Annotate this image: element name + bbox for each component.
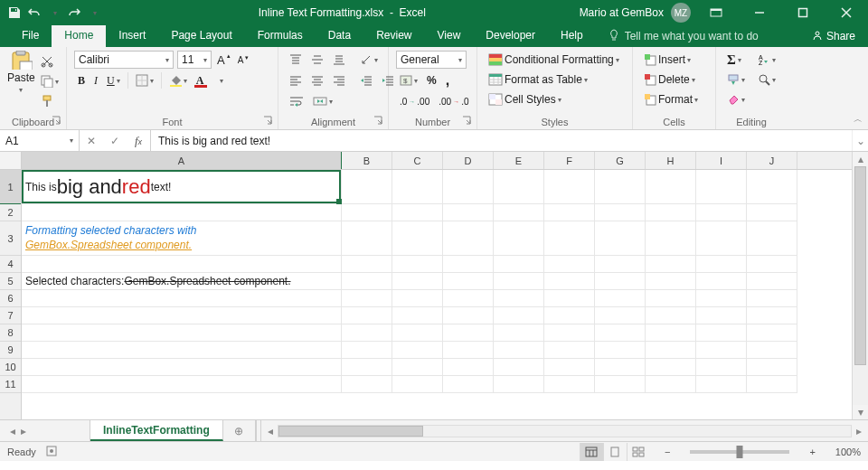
cell[interactable] — [595, 324, 646, 342]
undo-icon[interactable] — [27, 5, 42, 20]
normal-view-button[interactable] — [580, 443, 603, 461]
cell[interactable] — [494, 307, 544, 324]
decrease-font-button[interactable]: A▾ — [236, 51, 251, 69]
top-align-button[interactable] — [286, 51, 306, 69]
row-header[interactable]: 3 — [0, 221, 21, 256]
ribbon-display-options-icon[interactable] — [698, 0, 734, 25]
bold-button[interactable]: B — [74, 71, 89, 89]
clipboard-dialog-launcher[interactable] — [52, 116, 62, 127]
cell[interactable] — [443, 204, 494, 221]
cell[interactable] — [392, 290, 443, 307]
column-header[interactable]: B — [342, 152, 392, 169]
cell[interactable] — [443, 221, 494, 256]
format-as-table-button[interactable]: Format as Table▾ — [485, 70, 625, 89]
vertical-scrollbar[interactable]: ▴ ▾ — [852, 152, 868, 419]
row-header[interactable]: 2 — [0, 204, 21, 221]
page-break-view-button[interactable] — [627, 443, 650, 461]
cell[interactable] — [443, 273, 494, 290]
cell[interactable] — [443, 307, 494, 324]
cell[interactable] — [747, 324, 797, 342]
row-header[interactable]: 11 — [0, 376, 21, 393]
cell[interactable] — [696, 307, 747, 324]
borders-button[interactable]: ▾ — [132, 71, 157, 89]
cell[interactable] — [342, 170, 392, 204]
cell[interactable] — [494, 342, 544, 359]
row-header[interactable]: 8 — [0, 324, 21, 342]
cell[interactable] — [443, 376, 494, 393]
cell[interactable] — [392, 221, 443, 256]
share-button[interactable]: Share — [799, 25, 868, 47]
minimize-button[interactable] — [741, 0, 778, 25]
alignment-dialog-launcher[interactable] — [373, 116, 384, 127]
cell[interactable] — [696, 204, 747, 221]
tab-data[interactable]: Data — [316, 25, 363, 47]
tab-view[interactable]: View — [425, 25, 474, 47]
cell[interactable] — [595, 170, 646, 204]
format-painter-button[interactable] — [37, 92, 62, 110]
cell[interactable] — [443, 290, 494, 307]
row-header[interactable]: 1 — [0, 170, 21, 204]
hscroll-thumb[interactable] — [278, 426, 423, 437]
increase-font-button[interactable]: A▴ — [215, 51, 232, 69]
cell[interactable] — [595, 307, 646, 324]
cell-styles-button[interactable]: Cell Styles▾ — [485, 90, 625, 108]
tab-formulas[interactable]: Formulas — [245, 25, 316, 47]
font-dialog-launcher[interactable] — [263, 116, 274, 127]
delete-cells-button[interactable]: Delete▾ — [640, 70, 708, 89]
cell[interactable] — [696, 256, 747, 273]
sheet-tab-active[interactable]: InlineTextFormatting — [90, 420, 223, 441]
formula-bar[interactable]: This is big and red text! — [151, 130, 852, 151]
cell[interactable] — [595, 204, 646, 221]
increase-decimal-button[interactable]: .0→.00 — [396, 92, 433, 110]
font-size-selector[interactable]: 11▾ — [177, 51, 212, 69]
cell[interactable] — [747, 221, 797, 256]
font-color-button[interactable]: A▾ — [193, 71, 228, 89]
cell[interactable]: Formatting selected characters withGemBo… — [22, 221, 342, 256]
cell[interactable] — [544, 290, 595, 307]
cell[interactable] — [544, 170, 595, 204]
cell[interactable] — [747, 170, 797, 204]
cell[interactable] — [595, 342, 646, 359]
cell[interactable] — [22, 376, 342, 393]
cell[interactable] — [646, 324, 696, 342]
autosum-button[interactable]: Σ▾ — [723, 51, 749, 69]
underline-button[interactable]: U▾ — [103, 71, 124, 89]
cell[interactable] — [443, 359, 494, 376]
cell[interactable] — [22, 290, 342, 307]
cut-button[interactable] — [37, 52, 62, 70]
orientation-button[interactable]: ▾ — [356, 51, 382, 69]
column-header[interactable]: G — [595, 152, 646, 169]
cell[interactable] — [494, 290, 544, 307]
cell[interactable]: This is big and red text! — [22, 170, 342, 204]
tab-pagelayout[interactable]: Page Layout — [158, 25, 244, 47]
row-header[interactable]: 10 — [0, 359, 21, 376]
merge-center-button[interactable]: ▾ — [309, 92, 336, 110]
tab-review[interactable]: Review — [363, 25, 424, 47]
column-header[interactable]: A — [22, 152, 342, 169]
zoom-slider[interactable] — [690, 450, 789, 454]
zoom-out-button[interactable]: − — [659, 446, 675, 457]
cell[interactable] — [696, 359, 747, 376]
cell[interactable] — [646, 307, 696, 324]
cell[interactable] — [747, 376, 797, 393]
cell[interactable] — [696, 342, 747, 359]
middle-align-button[interactable] — [307, 51, 327, 69]
cell[interactable] — [544, 221, 595, 256]
cell[interactable] — [595, 256, 646, 273]
accounting-format-button[interactable]: $▾ — [396, 71, 421, 89]
cell[interactable] — [22, 342, 342, 359]
scroll-up-button[interactable]: ▴ — [853, 152, 868, 166]
cell[interactable] — [747, 273, 797, 290]
qat-customize-icon[interactable] — [87, 5, 101, 20]
cell[interactable] — [494, 204, 544, 221]
cell[interactable] — [544, 342, 595, 359]
cell[interactable] — [392, 273, 443, 290]
scroll-left-button[interactable]: ◂ — [263, 424, 278, 438]
cell[interactable] — [22, 204, 342, 221]
column-header[interactable]: C — [392, 152, 443, 169]
zoom-level[interactable]: 100% — [835, 446, 861, 457]
cell[interactable] — [342, 273, 392, 290]
tell-me-search[interactable]: Tell me what you want to do — [596, 25, 771, 47]
cell[interactable] — [392, 256, 443, 273]
tab-developer[interactable]: Developer — [473, 25, 548, 47]
